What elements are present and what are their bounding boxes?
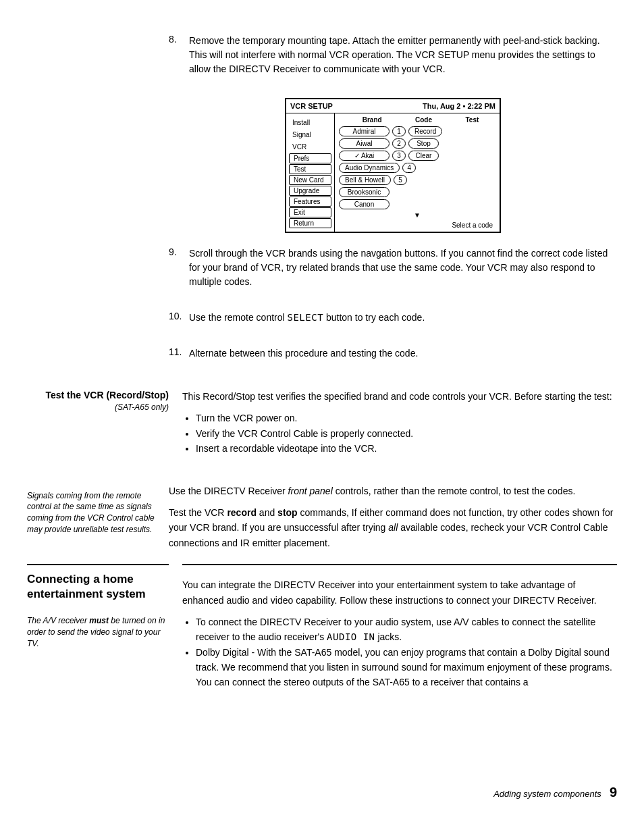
step-10-number: 10.: [169, 311, 189, 333]
vcr-row-4: Audio Dynamics 4: [339, 163, 495, 173]
vcr-brand-audio-dynamics[interactable]: Audio Dynamics: [339, 163, 400, 173]
test-vcr-intro: This Record/Stop test verifies the speci…: [182, 389, 617, 404]
test-vcr-section: Test the VCR (Record/Stop) (SAT-A65 only…: [0, 382, 644, 463]
vcr-setup-screen: VCR SETUP Thu, Aug 2 • 2:22 PM Install S…: [285, 98, 501, 233]
vcr-menu-return[interactable]: Return: [289, 218, 331, 228]
vcr-test-stop[interactable]: Stop: [408, 138, 439, 149]
vcr-code-1[interactable]: 1: [392, 126, 406, 136]
vcr-menu-vcr[interactable]: VCR: [289, 141, 331, 153]
vcr-row-2: Aiwal 2 Stop: [339, 138, 495, 149]
test-vcr-bullet-3: Insert a recordable videotape into the V…: [196, 441, 617, 456]
step-11-number: 11.: [169, 346, 189, 369]
test-vcr-bullet-2: Verify the VCR Control Cable is properly…: [196, 426, 617, 441]
vcr-test-record[interactable]: Record: [408, 126, 442, 136]
connecting-left-col: Connecting a home entertainment system T…: [27, 564, 182, 697]
connecting-note: The A/V receiver must be turned on in or…: [27, 615, 169, 649]
test-vcr-heading: Test the VCR (Record/Stop): [27, 389, 169, 402]
vcr-code-5[interactable]: 5: [394, 175, 407, 185]
step-9-container: 9. Scroll through the VCR brands using t…: [169, 246, 617, 297]
vcr-row-5: Bell & Howell 5: [339, 175, 495, 185]
connecting-intro: You can integrate the DIRECTV Receiver i…: [182, 577, 617, 608]
step-11-container: 11. Alternate between this procedure and…: [169, 346, 617, 369]
connecting-section: Connecting a home entertainment system T…: [0, 557, 644, 697]
test-vcr-bullets: Turn the VCR power on. Verify the VCR Co…: [182, 411, 617, 456]
step-8-number: 8.: [169, 34, 189, 84]
test-vcr-para1: Use the DIRECTV Receiver front panel con…: [169, 484, 617, 498]
vcr-menu-test[interactable]: Test: [289, 164, 331, 174]
vcr-menu: Install Signal VCR Prefs Test New Card U…: [286, 113, 335, 232]
vcr-brand-canon[interactable]: Canon: [339, 199, 390, 209]
vcr-menu-features[interactable]: Features: [289, 197, 331, 207]
vcr-test-clear[interactable]: Clear: [408, 151, 439, 161]
page-number: 9: [610, 785, 617, 800]
connecting-bullet-1: To connect the DIRECTV Receiver to your …: [196, 615, 617, 645]
vcr-brand-akai[interactable]: ✓ Akai: [339, 151, 390, 161]
test-vcr-para2: Test the VCR record and stop commands, I…: [169, 505, 617, 550]
test-vcr-bullet-1: Turn the VCR power on.: [196, 411, 617, 425]
connecting-bullet-2: Dolby Digital - With the SAT-A65 model, …: [196, 645, 617, 690]
test-vcr-side-note: Signals coming from the remote control a…: [27, 490, 155, 536]
step-9-text: Scroll through the VCR brands using the …: [189, 246, 617, 289]
vcr-select-label: Select a code: [339, 221, 495, 229]
vcr-col-brand: Brand: [363, 116, 382, 124]
vcr-menu-signal[interactable]: Signal: [289, 129, 331, 140]
test-vcr-left-col: Test the VCR (Record/Stop) (SAT-A65 only…: [27, 389, 182, 463]
footer-text: Adding system components: [493, 789, 601, 799]
vcr-screen-title: VCR SETUP: [290, 102, 333, 110]
vcr-code-4[interactable]: 4: [402, 163, 416, 173]
vcr-row-6: Brooksonic: [339, 187, 495, 197]
vcr-brand-bell-howell[interactable]: Bell & Howell: [339, 175, 391, 185]
vcr-menu-exit[interactable]: Exit: [289, 207, 331, 217]
vcr-col-code: Code: [415, 116, 432, 124]
vcr-menu-newcard[interactable]: New Card: [289, 175, 331, 185]
vcr-row-3: ✓ Akai 3 Clear: [339, 151, 495, 161]
vcr-brand-brooksonic[interactable]: Brooksonic: [339, 187, 390, 197]
step-11-text: Alternate between this procedure and tes…: [189, 346, 617, 361]
step-10-text: Use the remote control SELECT button to …: [189, 311, 617, 325]
connecting-right-col: You can integrate the DIRECTV Receiver i…: [182, 564, 617, 697]
test-vcr-subheading: (SAT-A65 only): [27, 402, 169, 412]
step-10-container: 10. Use the remote control SELECT button…: [169, 311, 617, 333]
step-8-text: Remove the temporary mounting tape. Atta…: [189, 34, 617, 76]
vcr-brand-aiwal[interactable]: Aiwal: [339, 138, 390, 149]
vcr-row-1: Admiral 1 Record: [339, 126, 495, 136]
vcr-menu-prefs[interactable]: Prefs: [289, 153, 331, 163]
vcr-menu-upgrade[interactable]: Upgrade: [289, 186, 331, 196]
connecting-title: Connecting a home entertainment system: [27, 564, 169, 602]
vcr-screen-time: Thu, Aug 2 • 2:22 PM: [423, 102, 495, 110]
test-vcr-right-col: This Record/Stop test verifies the speci…: [182, 389, 617, 463]
scroll-down-icon: ▼: [339, 211, 495, 219]
step-9-number: 9.: [169, 246, 189, 297]
vcr-menu-install[interactable]: Install: [289, 117, 331, 128]
vcr-row-7: Canon: [339, 199, 495, 209]
test-vcr-para-section: Signals coming from the remote control a…: [0, 484, 644, 558]
page-footer: Adding system components 9: [493, 785, 617, 800]
vcr-brand-admiral[interactable]: Admiral: [339, 126, 390, 136]
connecting-bullets: To connect the DIRECTV Receiver to your …: [182, 615, 617, 690]
vcr-col-test: Test: [465, 116, 479, 124]
vcr-code-3[interactable]: 3: [392, 151, 406, 161]
vcr-content: Brand Code Test Admiral 1 Record: [335, 113, 500, 232]
vcr-code-2[interactable]: 2: [392, 138, 406, 149]
